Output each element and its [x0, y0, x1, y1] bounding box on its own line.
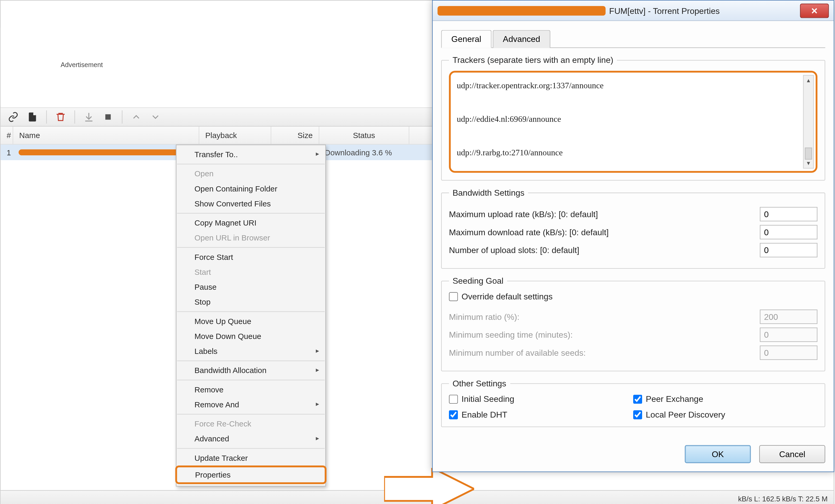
max-download-input[interactable] — [760, 225, 817, 239]
column-playback[interactable]: Playback — [199, 127, 271, 144]
trackers-legend: Trackers (separate tiers with an empty l… — [449, 55, 617, 65]
column-size[interactable]: Size — [271, 127, 319, 144]
row-status: Downloading 3.6 % — [319, 148, 409, 156]
dialog-tabs: General Advanced — [441, 29, 825, 48]
menu-update-tracker[interactable]: Update Tracker — [176, 450, 325, 465]
local-peer-discovery-label: Local Peer Discovery — [646, 410, 725, 419]
trackers-fieldset: Trackers (separate tiers with an empty l… — [441, 55, 825, 181]
context-menu: Transfer To.. Open Open Containing Folde… — [176, 145, 326, 486]
redacted-name — [19, 149, 192, 155]
menu-remove-and[interactable]: Remove And — [176, 397, 325, 412]
initial-seeding-label: Initial Seeding — [462, 394, 514, 404]
enable-dht-checkbox[interactable] — [449, 410, 458, 419]
torrent-properties-dialog: FUM[ettv] - Torrent Properties ✕ General… — [432, 0, 834, 472]
tab-advanced[interactable]: Advanced — [493, 30, 550, 48]
dialog-title-text: FUM[ettv] - Torrent Properties — [609, 6, 720, 16]
menu-transfer-to[interactable]: Transfer To.. — [176, 147, 325, 162]
menu-show-converted-files[interactable]: Show Converted Files — [176, 196, 325, 211]
seeding-goal-legend: Seeding Goal — [449, 276, 507, 286]
min-seeds-label: Minimum number of available seeds: — [449, 348, 760, 358]
trackers-text[interactable]: udp://tracker.opentrackr.org:1337/announ… — [457, 77, 810, 161]
bandwidth-fieldset: Bandwidth Settings Maximum upload rate (… — [441, 188, 825, 269]
menu-open: Open — [176, 166, 325, 181]
column-status[interactable]: Status — [319, 127, 409, 144]
max-upload-input[interactable] — [760, 207, 817, 222]
dialog-titlebar[interactable]: FUM[ettv] - Torrent Properties ✕ — [433, 1, 834, 21]
start-button[interactable] — [81, 109, 97, 125]
max-download-label: Maximum download rate (kB/s): [0: defaul… — [449, 227, 760, 237]
ok-button[interactable]: OK — [685, 445, 751, 463]
min-ratio-label: Minimum ratio (%): — [449, 312, 760, 322]
peer-exchange-label: Peer Exchange — [646, 394, 703, 404]
trackers-textarea[interactable]: udp://tracker.opentrackr.org:1337/announ… — [449, 71, 817, 173]
local-peer-discovery-checkbox[interactable] — [633, 410, 642, 419]
min-seeding-time-input — [760, 328, 817, 342]
min-seeding-time-label: Minimum seeding time (minutes): — [449, 330, 760, 340]
move-up-button[interactable] — [128, 109, 144, 125]
redacted-title — [437, 6, 606, 16]
upload-slots-input[interactable] — [760, 243, 817, 257]
menu-force-start[interactable]: Force Start — [176, 250, 325, 265]
menu-move-up-queue[interactable]: Move Up Queue — [176, 314, 325, 329]
add-torrent-button[interactable] — [25, 109, 40, 125]
other-settings-legend: Other Settings — [449, 379, 510, 388]
cancel-button[interactable]: Cancel — [759, 445, 825, 463]
override-defaults-label: Override default settings — [462, 292, 553, 301]
row-name — [13, 149, 199, 155]
enable-dht-label: Enable DHT — [462, 410, 507, 419]
column-name[interactable]: Name — [13, 127, 199, 144]
menu-advanced[interactable]: Advanced — [176, 432, 325, 446]
close-button[interactable]: ✕ — [800, 3, 829, 18]
menu-remove[interactable]: Remove — [176, 382, 325, 397]
scroll-down-icon[interactable]: ▼ — [803, 159, 813, 168]
min-ratio-input — [760, 310, 817, 324]
min-seeds-input — [760, 345, 817, 360]
scroll-thumb[interactable] — [805, 147, 812, 160]
trackers-scrollbar[interactable]: ▲ ▼ — [803, 75, 814, 168]
stop-button[interactable] — [100, 109, 116, 125]
svg-marker-1 — [384, 468, 474, 504]
upload-slots-label: Number of upload slots: [0: default] — [449, 246, 760, 255]
override-defaults-checkbox[interactable] — [449, 292, 458, 301]
menu-labels[interactable]: Labels — [176, 344, 325, 359]
menu-open-url-in-browser: Open URL in Browser — [176, 230, 325, 245]
move-down-button[interactable] — [147, 109, 163, 125]
tab-general[interactable]: General — [441, 30, 491, 48]
other-settings-fieldset: Other Settings Initial Seeding Peer Exch… — [441, 379, 825, 427]
menu-open-containing-folder[interactable]: Open Containing Folder — [176, 181, 325, 196]
remove-button[interactable] — [53, 109, 69, 125]
svg-rect-0 — [105, 114, 111, 120]
menu-start: Start — [176, 265, 325, 279]
seeding-goal-fieldset: Seeding Goal Override default settings M… — [441, 276, 825, 371]
menu-copy-magnet-uri[interactable]: Copy Magnet URI — [176, 215, 325, 230]
peer-exchange-checkbox[interactable] — [633, 395, 642, 403]
advertisement-label: Advertisement — [61, 61, 103, 68]
row-index: 1 — [1, 148, 13, 156]
initial-seeding-checkbox[interactable] — [449, 395, 458, 403]
menu-bandwidth-allocation[interactable]: Bandwidth Allocation — [176, 363, 325, 378]
max-upload-label: Maximum upload rate (kB/s): [0: default] — [449, 209, 760, 219]
annotation-arrow-icon — [384, 468, 474, 504]
add-url-button[interactable] — [5, 109, 21, 125]
menu-stop[interactable]: Stop — [176, 294, 325, 309]
menu-force-recheck: Force Re-Check — [176, 416, 325, 431]
menu-pause[interactable]: Pause — [176, 279, 325, 294]
scroll-up-icon[interactable]: ▲ — [803, 76, 813, 85]
status-text: kB/s L: 162.5 kB/s T: 22.5 M — [738, 495, 828, 503]
menu-move-down-queue[interactable]: Move Down Queue — [176, 329, 325, 344]
bandwidth-legend: Bandwidth Settings — [449, 188, 528, 197]
column-index[interactable]: # — [1, 127, 13, 144]
menu-properties[interactable]: Properties — [175, 465, 327, 484]
